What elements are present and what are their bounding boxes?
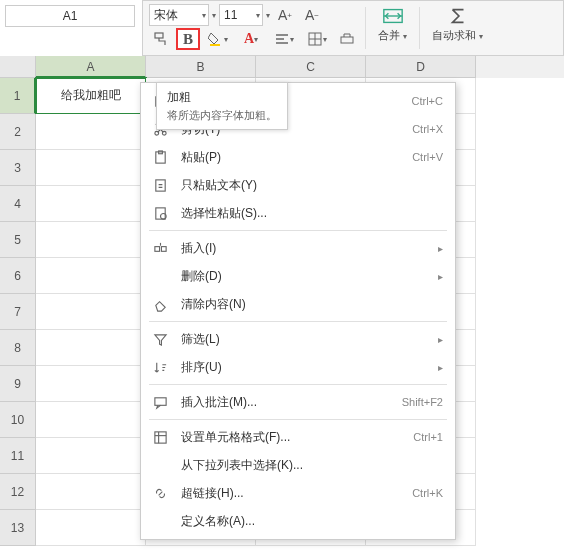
tooltip-desc: 将所选内容字体加粗。 bbox=[167, 108, 277, 123]
bold-button[interactable]: B bbox=[176, 28, 200, 50]
svg-rect-0 bbox=[155, 33, 163, 38]
row-header[interactable]: 3 bbox=[0, 150, 36, 186]
context-menu-item[interactable]: 只粘贴文本(Y) bbox=[141, 171, 455, 199]
cell[interactable] bbox=[36, 330, 146, 366]
font-size-select[interactable]: 11▾ bbox=[219, 4, 263, 26]
submenu-arrow-icon: ▸ bbox=[438, 271, 443, 282]
name-box[interactable]: A1 bbox=[5, 5, 135, 27]
context-menu-item[interactable]: 从下拉列表中选择(K)... bbox=[141, 451, 455, 479]
cell[interactable] bbox=[36, 186, 146, 222]
context-menu-shortcut: Ctrl+V bbox=[412, 151, 443, 163]
column-header[interactable]: C bbox=[256, 56, 366, 78]
cell[interactable] bbox=[36, 114, 146, 150]
comment-icon bbox=[151, 395, 169, 410]
column-header[interactable]: A bbox=[36, 56, 146, 78]
svg-rect-20 bbox=[154, 246, 159, 251]
paste-text-icon bbox=[151, 178, 169, 193]
context-menu-item[interactable]: 选择性粘贴(S)... bbox=[141, 199, 455, 227]
context-menu-item[interactable]: 清除内容(N) bbox=[141, 290, 455, 318]
filter-icon bbox=[151, 332, 169, 347]
cell[interactable] bbox=[36, 474, 146, 510]
cell-style-button[interactable] bbox=[335, 28, 359, 50]
row-header[interactable]: 9 bbox=[0, 366, 36, 402]
svg-rect-21 bbox=[161, 246, 166, 251]
format-painter-button[interactable] bbox=[149, 28, 173, 50]
svg-rect-22 bbox=[154, 397, 165, 405]
cell[interactable] bbox=[36, 150, 146, 186]
cell[interactable] bbox=[36, 510, 146, 546]
context-menu-item[interactable]: 粘贴(P)Ctrl+V bbox=[141, 143, 455, 171]
cell[interactable] bbox=[36, 438, 146, 474]
context-menu-item[interactable]: 定义名称(A)... bbox=[141, 507, 455, 535]
autosum-button[interactable]: 自动求和 ▾ bbox=[426, 4, 489, 52]
paste-special-icon bbox=[151, 206, 169, 221]
cell[interactable] bbox=[36, 258, 146, 294]
column-header[interactable]: D bbox=[366, 56, 476, 78]
row-header[interactable]: 11 bbox=[0, 438, 36, 474]
context-menu-label: 排序(U) bbox=[181, 359, 426, 376]
context-menu: 复制(C)Ctrl+C剪切(T)Ctrl+X粘贴(P)Ctrl+V只粘贴文本(Y… bbox=[140, 82, 456, 540]
sort-icon bbox=[151, 360, 169, 375]
context-menu-label: 只粘贴文本(Y) bbox=[181, 177, 443, 194]
context-menu-item[interactable]: 排序(U)▸ bbox=[141, 353, 455, 381]
context-menu-label: 超链接(H)... bbox=[181, 485, 400, 502]
align-button[interactable]: ▾ bbox=[269, 28, 299, 50]
cell[interactable] bbox=[36, 294, 146, 330]
font-size-dropdown[interactable]: ▾ bbox=[266, 11, 270, 20]
font-color-button[interactable]: A▾ bbox=[236, 28, 266, 50]
context-menu-label: 定义名称(A)... bbox=[181, 513, 443, 530]
context-menu-label: 筛选(L) bbox=[181, 331, 426, 348]
paste-icon bbox=[151, 150, 169, 165]
context-menu-label: 插入(I) bbox=[181, 240, 426, 257]
border-button[interactable]: ▾ bbox=[302, 28, 332, 50]
row-header[interactable]: 10 bbox=[0, 402, 36, 438]
context-menu-item[interactable]: 设置单元格格式(F)...Ctrl+1 bbox=[141, 423, 455, 451]
context-menu-label: 设置单元格格式(F)... bbox=[181, 429, 401, 446]
cell[interactable] bbox=[36, 222, 146, 258]
row-header[interactable]: 5 bbox=[0, 222, 36, 258]
svg-rect-17 bbox=[155, 179, 164, 190]
font-name-dropdown[interactable]: ▾ bbox=[212, 11, 216, 20]
context-menu-label: 选择性粘贴(S)... bbox=[181, 205, 443, 222]
submenu-arrow-icon: ▸ bbox=[438, 334, 443, 345]
format-icon bbox=[151, 430, 169, 445]
row-header[interactable]: 7 bbox=[0, 294, 36, 330]
merge-button[interactable]: 合并 ▾ bbox=[372, 4, 413, 52]
row-header[interactable]: 2 bbox=[0, 114, 36, 150]
row-header[interactable]: 8 bbox=[0, 330, 36, 366]
row-header[interactable]: 12 bbox=[0, 474, 36, 510]
context-menu-item[interactable]: 插入(I)▸ bbox=[141, 234, 455, 262]
clear-icon bbox=[151, 297, 169, 312]
row-header[interactable]: 13 bbox=[0, 510, 36, 546]
cell[interactable] bbox=[36, 366, 146, 402]
context-menu-shortcut: Ctrl+X bbox=[412, 123, 443, 135]
fill-color-button[interactable]: ▾ bbox=[203, 28, 233, 50]
context-menu-shortcut: Ctrl+K bbox=[412, 487, 443, 499]
row-header[interactable]: 1 bbox=[0, 78, 36, 114]
active-cell[interactable]: 给我加粗吧 bbox=[36, 78, 146, 114]
context-menu-item[interactable]: 删除(D)▸ bbox=[141, 262, 455, 290]
increase-font-button[interactable]: A+ bbox=[273, 4, 297, 26]
column-header[interactable]: B bbox=[146, 56, 256, 78]
context-menu-label: 粘贴(P) bbox=[181, 149, 400, 166]
svg-rect-8 bbox=[341, 37, 353, 43]
context-menu-shortcut: Shift+F2 bbox=[402, 396, 443, 408]
context-menu-label: 删除(D) bbox=[181, 268, 426, 285]
context-menu-item[interactable]: 超链接(H)...Ctrl+K bbox=[141, 479, 455, 507]
context-menu-shortcut: Ctrl+1 bbox=[413, 431, 443, 443]
context-menu-label: 从下拉列表中选择(K)... bbox=[181, 457, 443, 474]
font-name-select[interactable]: 宋体▾ bbox=[149, 4, 209, 26]
context-menu-label: 清除内容(N) bbox=[181, 296, 443, 313]
select-all-corner[interactable] bbox=[0, 56, 36, 78]
row-header[interactable]: 4 bbox=[0, 186, 36, 222]
row-header[interactable]: 6 bbox=[0, 258, 36, 294]
svg-rect-1 bbox=[210, 44, 220, 46]
cell[interactable] bbox=[36, 402, 146, 438]
context-menu-item[interactable]: 筛选(L)▸ bbox=[141, 325, 455, 353]
insert-icon bbox=[151, 241, 169, 256]
context-menu-item[interactable]: 插入批注(M)...Shift+F2 bbox=[141, 388, 455, 416]
bold-tooltip: 加粗 将所选内容字体加粗。 bbox=[156, 82, 288, 130]
decrease-font-button[interactable]: A− bbox=[300, 4, 324, 26]
link-icon bbox=[151, 486, 169, 501]
tooltip-title: 加粗 bbox=[167, 89, 277, 106]
